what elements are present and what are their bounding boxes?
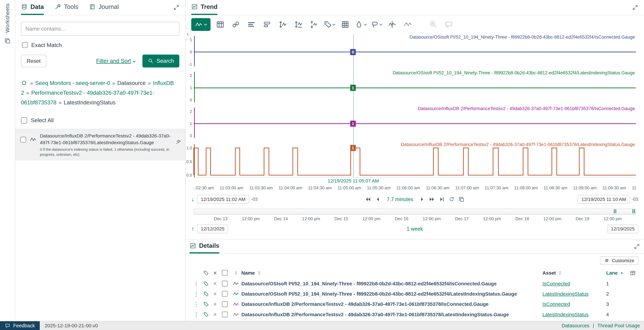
stack-signals-icon[interactable]: [308, 19, 320, 30]
step-forward-icon[interactable]: [419, 196, 425, 202]
lane-label[interactable]: Datasource/OSIsoft PI/52_10_194_Ninety-T…: [393, 70, 635, 76]
interpolation-icon[interactable]: [402, 19, 414, 30]
cursor-time-row: 12/19/2025 11:05:07 AM: [194, 178, 636, 185]
remove-icon[interactable]: ×: [211, 301, 219, 307]
reset-button[interactable]: Reset: [21, 55, 46, 67]
tab-details[interactable]: Details: [190, 239, 219, 253]
filter-and-sort-link[interactable]: Filter and Sort: [96, 58, 136, 64]
item-checkbox[interactable]: [20, 137, 26, 143]
sort-asset-icon[interactable]: [558, 270, 563, 276]
column-asset-label[interactable]: Asset: [542, 270, 556, 276]
lane-label[interactable]: Datasource/OSIsoft PI/52_10_194_Ninety-T…: [410, 35, 635, 40]
column-name-label[interactable]: Name: [242, 270, 255, 276]
row-menu-icon[interactable]: ⋮: [191, 290, 201, 297]
cursors-icon[interactable]: [386, 19, 398, 30]
exact-match-checkbox[interactable]: [22, 42, 28, 48]
row-menu-icon[interactable]: ⋮: [191, 280, 201, 287]
remove-icon[interactable]: ×: [211, 280, 219, 287]
investigate-start-input[interactable]: 12/12/2025: [197, 225, 228, 233]
step-back-icon[interactable]: [375, 196, 381, 202]
signal-icon: [231, 311, 242, 318]
investigate-end-input[interactable]: 12/19/2025: [607, 225, 638, 233]
separate-lanes-icon[interactable]: [277, 19, 289, 30]
gridlines-icon[interactable]: [339, 19, 351, 30]
row-checkbox[interactable]: [222, 301, 228, 307]
view-selector-button[interactable]: [191, 18, 210, 31]
compare-view-icon[interactable]: [246, 19, 257, 30]
capsule-time-icon[interactable]: [261, 19, 273, 30]
column-lane-label[interactable]: Lane: [606, 270, 618, 276]
customize-button[interactable]: Customize: [600, 256, 638, 265]
remove-column-icon[interactable]: ×: [211, 270, 219, 276]
asset-link[interactable]: IsConnected: [542, 301, 570, 307]
range-end-input[interactable]: 12/19/2025 11:10 AM: [578, 195, 630, 204]
cursor-line[interactable]: [353, 34, 354, 177]
separate-axes-icon[interactable]: [292, 19, 304, 30]
labels-icon[interactable]: [324, 19, 336, 30]
worksheets-rail[interactable]: Worksheets: [0, 0, 15, 321]
datasources-link[interactable]: Datasources: [562, 323, 589, 328]
asset-link[interactable]: IsConnected: [542, 281, 570, 286]
trend-lane-2[interactable]: 210Datasource/OSIsoft PI/52_10_194_Ninet…: [194, 70, 636, 106]
sort-name-icon[interactable]: [256, 270, 262, 276]
table-view-icon[interactable]: [214, 19, 226, 30]
tab-data[interactable]: Data: [21, 0, 44, 15]
row-menu-icon[interactable]: ⋮: [191, 301, 201, 307]
tab-trend[interactable]: Trend: [191, 0, 218, 15]
tag-column-icon[interactable]: [201, 270, 211, 276]
lane-label[interactable]: Datasource/InfluxDB 2/PerformanceTestsv2…: [401, 142, 635, 147]
tag-icon[interactable]: [201, 301, 211, 307]
dimming-icon[interactable]: [355, 19, 367, 30]
sort-lane-asc-icon[interactable]: [619, 270, 624, 275]
shift-range-up-icon[interactable]: ↑: [191, 225, 194, 232]
breadcrumb-item[interactable]: Seeq Monitors - seeq-server-0: [35, 80, 110, 86]
sort-icon[interactable]: [231, 270, 242, 276]
row-checkbox[interactable]: [222, 291, 228, 297]
trend-lane-4[interactable]: 1.00.50.0Datasource/InfluxDB 2/Performan…: [194, 142, 636, 177]
select-all-rows-checkbox[interactable]: [222, 270, 228, 276]
list-item[interactable]: Datasource/InfluxDB 2/PerformanceTestsv2…: [15, 129, 185, 160]
timeline-handle-left[interactable]: [612, 208, 618, 214]
pin-icon[interactable]: [176, 139, 181, 145]
investigate-duration[interactable]: 1 week: [407, 226, 423, 232]
copy-range-icon[interactable]: [458, 196, 465, 202]
step-forward-fast-icon[interactable]: [429, 196, 435, 202]
asset-link[interactable]: LatestIndexingStatus: [542, 312, 589, 317]
timeline-handle-right[interactable]: [630, 208, 637, 214]
timeline-track[interactable]: [194, 209, 636, 215]
tag-icon[interactable]: [201, 291, 211, 297]
row-menu-icon[interactable]: ⋮: [191, 311, 201, 318]
remove-icon[interactable]: ×: [211, 311, 219, 318]
trend-lane-3[interactable]: 210Datasource/InfluxDB 2/PerformanceTest…: [194, 106, 636, 142]
tab-journal[interactable]: Journal: [89, 0, 119, 15]
lane-label[interactable]: Datasource/InfluxDB 2/PerformanceTestsv2…: [418, 106, 635, 111]
row-checkbox[interactable]: [222, 280, 228, 287]
trend-lane-1[interactable]: 10-1Datasource/OSIsoft PI/52_10_194_Nine…: [194, 34, 636, 70]
chain-view-icon[interactable]: [230, 19, 242, 30]
range-start-input[interactable]: 12/19/2025 11:02 AM: [197, 195, 249, 204]
footer-link-separator: |: [593, 323, 594, 328]
step-to-end-icon[interactable]: [439, 196, 445, 202]
tag-icon[interactable]: [201, 281, 211, 286]
row-checkbox[interactable]: [222, 311, 228, 317]
expand-left-panel-icon[interactable]: [173, 4, 180, 11]
asset-link[interactable]: LatestIndexingStatus: [542, 291, 589, 296]
search-button[interactable]: Search: [142, 55, 179, 68]
tag-icon[interactable]: [201, 311, 211, 317]
step-back-fast-icon[interactable]: [365, 196, 371, 202]
table-columns-icon[interactable]: [628, 270, 638, 276]
shift-range-down-icon[interactable]: ↓: [191, 196, 194, 203]
thread-pool-usage-link[interactable]: Thread Pool Usage: [597, 323, 640, 328]
expand-trend-icon[interactable]: [632, 4, 638, 11]
search-input[interactable]: [21, 22, 179, 36]
tab-tools[interactable]: Tools: [54, 0, 78, 15]
home-icon[interactable]: [21, 80, 27, 86]
collapse-panel-button[interactable]: ‹: [185, 28, 191, 40]
feedback-button[interactable]: Feedback: [0, 321, 40, 330]
expand-details-icon[interactable]: [634, 243, 640, 250]
auto-update-icon[interactable]: [448, 196, 455, 202]
range-duration[interactable]: 7.7 minutes: [387, 196, 413, 202]
select-all-checkbox[interactable]: [21, 117, 27, 124]
remove-icon[interactable]: ×: [211, 291, 219, 297]
selection-icon[interactable]: [370, 19, 382, 30]
